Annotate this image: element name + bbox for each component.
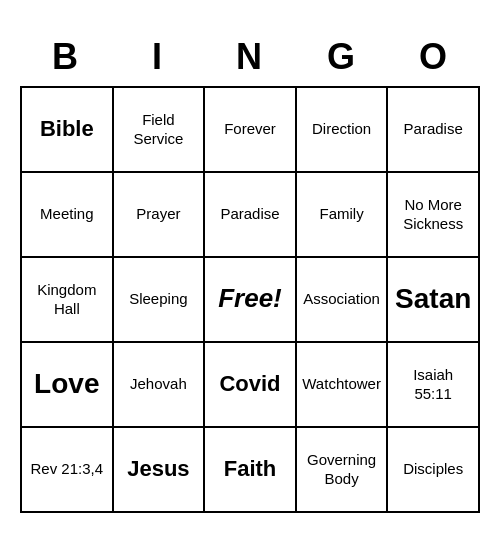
bingo-cell: Association [297, 258, 389, 343]
bingo-cell: Kingdom Hall [22, 258, 114, 343]
bingo-cell: Forever [205, 88, 297, 173]
bingo-cell: Paradise [388, 88, 480, 173]
header-letter: N [204, 32, 296, 82]
header-letter: B [20, 32, 112, 82]
bingo-cell: Governing Body [297, 428, 389, 513]
bingo-cell: Rev 21:3,4 [22, 428, 114, 513]
bingo-grid: BibleField ServiceForeverDirectionParadi… [20, 86, 480, 513]
bingo-cell: Satan [388, 258, 480, 343]
bingo-cell: Jesus [114, 428, 206, 513]
header-letter: G [296, 32, 388, 82]
bingo-cell: Jehovah [114, 343, 206, 428]
bingo-cell: Paradise [205, 173, 297, 258]
bingo-cell: Love [22, 343, 114, 428]
bingo-cell: Watchtower [297, 343, 389, 428]
bingo-cell: Family [297, 173, 389, 258]
bingo-cell: Free! [205, 258, 297, 343]
bingo-cell: Bible [22, 88, 114, 173]
bingo-cell: Sleeping [114, 258, 206, 343]
header-letter: I [112, 32, 204, 82]
bingo-cell: Prayer [114, 173, 206, 258]
bingo-card: BINGO BibleField ServiceForeverDirection… [20, 32, 480, 513]
bingo-cell: Field Service [114, 88, 206, 173]
bingo-cell: Covid [205, 343, 297, 428]
bingo-cell: Isaiah 55:11 [388, 343, 480, 428]
header-letter: O [388, 32, 480, 82]
bingo-cell: Faith [205, 428, 297, 513]
bingo-header: BINGO [20, 32, 480, 82]
bingo-cell: Meeting [22, 173, 114, 258]
bingo-cell: Direction [297, 88, 389, 173]
bingo-cell: Disciples [388, 428, 480, 513]
bingo-cell: No More Sickness [388, 173, 480, 258]
